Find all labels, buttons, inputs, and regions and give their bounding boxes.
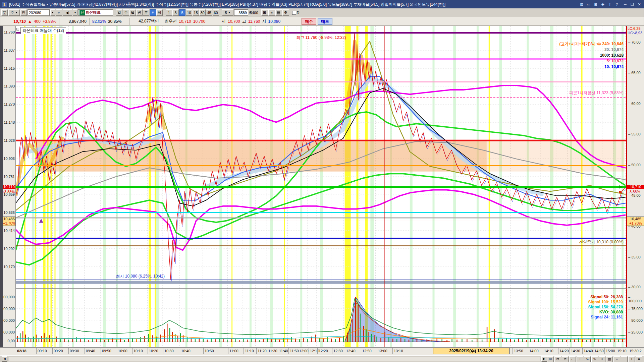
volume-ratio: 30.85%	[108, 19, 122, 24]
stock-name-field[interactable]: 신 라온테크	[78, 9, 113, 16]
scrollbar-track[interactable]	[9, 357, 540, 361]
svg-text:(고가+시가+저가)/시·수 240: 10,646: (고가+시가+저가)/시·수 240: 10,646	[559, 42, 624, 46]
zoom-tool-icon[interactable]: ⌕	[613, 356, 620, 362]
title-bar[interactable]: 1 [0601] 주식종합차트 - 유통비율[57.5] 거래대금[42,877…	[0, 0, 644, 8]
vol-tick-right: – 75,000	[628, 307, 643, 311]
clone-window-icon[interactable]: ⊞	[593, 2, 599, 7]
text-tool-icon[interactable]: A	[636, 356, 642, 362]
signal-label: KVO: 30,888	[588, 310, 623, 315]
chart-legend[interactable]: 라온테크 매물대 수(13)	[20, 27, 66, 34]
bar-total-label: /5400	[249, 11, 258, 15]
time-label: 09:40	[85, 348, 95, 354]
period-button-월[interactable]: 월	[129, 9, 136, 16]
minimize-icon[interactable]: ─	[622, 2, 628, 7]
sell-button[interactable]: 매도	[318, 18, 332, 25]
price-tick-left: 10,170	[2, 265, 15, 269]
main-chart-plot[interactable]: 최고 11,760 (-8.93%, 12:32)최저 10,080 (6.25…	[15, 26, 627, 289]
vol-tick-left: 00,000	[2, 330, 15, 334]
stock-name: 라온테크	[86, 10, 101, 15]
indicator-legend: Signal 50: 26,388Signal 100: 15,520Signa…	[588, 295, 623, 320]
sound-icon[interactable]: ◀)	[63, 9, 72, 16]
period-button-년[interactable]: 년	[136, 9, 143, 16]
time-label: 10:00	[117, 348, 127, 354]
chart-grid-icon[interactable]: ▦	[606, 356, 613, 362]
indicator-price-box-left: 10,485+1.70%	[3, 217, 15, 226]
scroll-right-icon[interactable]: ▶	[541, 356, 547, 362]
chart-settings-icon[interactable]: ⚙	[282, 9, 289, 16]
always-on-top-icon[interactable]: T	[607, 2, 613, 7]
signal-label: Signal 50: 26,388	[588, 295, 623, 300]
d-checkbox[interactable]: D	[292, 11, 300, 15]
interval-button-1[interactable]: 1	[166, 9, 172, 16]
pin-icon[interactable]: ✚	[600, 2, 606, 7]
crosshair-datetime: 2025/02/19(수) 13:34:20	[433, 348, 509, 354]
period-button-일[interactable]: 일	[116, 9, 122, 16]
legend-handle[interactable]	[16, 28, 19, 31]
interval-button-60[interactable]: 60	[213, 9, 219, 16]
stock-code-input[interactable]: 232680	[28, 9, 50, 16]
period-button-틱[interactable]: 틱	[156, 9, 163, 16]
status-bar: ◀ ▶ ⊞⧉≋⌐⊥∿✎⌖▦⌕−+A	[0, 355, 644, 362]
time-label: 12:50	[361, 348, 372, 354]
interval-button-45[interactable]: 45	[206, 9, 212, 16]
peak-marker-icon[interactable]: ⊥	[577, 356, 583, 362]
pct-tick-right: – 35,00	[628, 255, 641, 259]
add-indicator-icon[interactable]: ⊞	[261, 9, 268, 16]
time-label: 14:20	[558, 348, 569, 354]
curve-marker-icon[interactable]: ∿	[584, 356, 591, 362]
target-tool-icon[interactable]: ⌖	[599, 356, 605, 362]
zigzag-tool-icon[interactable]: ≋	[562, 356, 569, 362]
time-label: 15:10	[616, 348, 627, 354]
help-icon[interactable]: ?	[614, 2, 620, 7]
popup-window-icon[interactable]: ◱	[1, 9, 8, 16]
period-button-분[interactable]: 분	[143, 9, 149, 16]
compare-chart-icon[interactable]: ≈	[268, 9, 275, 16]
pct-tick-right: – 60,00	[628, 102, 641, 106]
open-price: 10,700	[228, 19, 240, 24]
time-label: 15:30:2	[628, 348, 642, 354]
pane-add-icon[interactable]: ⊞	[547, 356, 554, 362]
prev-stock-button[interactable]: 전	[20, 9, 27, 16]
price-tick-left: 10,781	[2, 175, 15, 179]
search-icon[interactable]: ⌕	[56, 9, 62, 16]
bar-marker-icon[interactable]: ⌐	[569, 356, 576, 362]
current-price: 10,710	[13, 19, 26, 24]
bar-position-input[interactable]: 3589	[234, 9, 248, 16]
interval-button-3[interactable]: 3	[172, 9, 179, 16]
pane-copy-icon[interactable]: ⧉	[554, 356, 561, 362]
draw-tool-icon[interactable]: ✎	[591, 356, 598, 362]
time-label: 14:50	[593, 348, 604, 354]
save-chart-icon[interactable]: ▤	[275, 9, 282, 16]
price-tick-left: 11,148	[2, 120, 15, 124]
price-tick-left: 10,536	[2, 210, 15, 215]
interval-button-15[interactable]: 15	[193, 9, 199, 16]
close-icon[interactable]: ✕	[636, 2, 642, 7]
minimize-pane-icon[interactable]: ▭	[586, 2, 592, 7]
zoom-in-icon[interactable]: +	[628, 356, 635, 362]
restore-icon[interactable]: ❐	[629, 2, 635, 7]
price-axis-left: 11,76011,63711,51511,39311,27011,14811,0…	[3, 26, 15, 347]
volume: 3,867,040	[69, 19, 87, 24]
up-arrow-icon: ▲	[28, 19, 32, 24]
time-label: 02/18	[16, 348, 26, 354]
time-label: 14:40	[582, 348, 593, 354]
market-combo[interactable]: 주▼	[8, 9, 20, 16]
float-window-icon[interactable]: ⊡	[579, 2, 585, 7]
low-price: 10,080	[268, 19, 281, 24]
interval-button-5[interactable]: 5	[179, 9, 185, 16]
signal-label: Signal 100: 15,520	[588, 300, 623, 305]
code-dropdown-icon[interactable]: ▼	[50, 9, 55, 16]
interval-button-10[interactable]: 10	[186, 9, 192, 16]
time-axis: 02/1809:1009:2009:3009:4009:5010:0010:10…	[0, 347, 644, 355]
period-button-주[interactable]: 주	[123, 9, 129, 16]
indicator-panel[interactable]: Signal 50: 26,388Signal 100: 15,520Signa…	[15, 289, 627, 347]
lc-label: LC:6,25	[628, 26, 641, 31]
zoom-out-icon[interactable]: −	[621, 356, 628, 362]
time-label: 11:20	[256, 348, 267, 354]
scroll-left-icon[interactable]: ◀	[2, 356, 7, 362]
period-button-초[interactable]: 초	[150, 9, 156, 16]
count-combo[interactable]: 5▼	[222, 9, 233, 16]
interval-button-30[interactable]: 30	[199, 9, 206, 16]
buy-button[interactable]: 매수	[302, 18, 316, 25]
sound-dropdown-icon[interactable]: ▼	[73, 9, 77, 16]
